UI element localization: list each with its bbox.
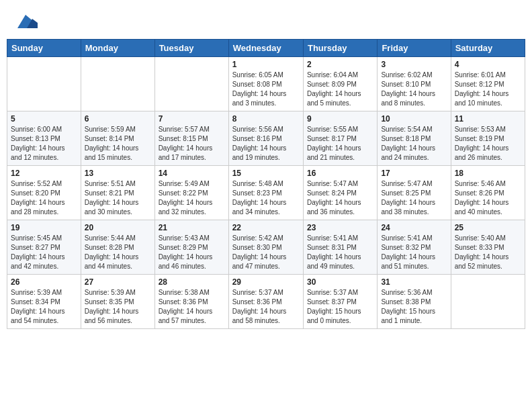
calendar-cell: 30Sunrise: 5:37 AMSunset: 8:37 PMDayligh… [303, 275, 377, 329]
calendar-cell: 8Sunrise: 5:56 AMSunset: 8:16 PMDaylight… [228, 111, 303, 166]
calendar-cell: 24Sunrise: 5:41 AMSunset: 8:32 PMDayligh… [378, 220, 451, 275]
day-info: Sunrise: 6:04 AMSunset: 8:09 PMDaylight:… [307, 71, 373, 108]
calendar-cell: 18Sunrise: 5:46 AMSunset: 8:26 PMDayligh… [451, 166, 525, 220]
day-number: 1 [232, 60, 300, 69]
day-info: Sunrise: 5:47 AMSunset: 8:24 PMDaylight:… [307, 179, 373, 217]
day-info: Sunrise: 5:53 AMSunset: 8:19 PMDaylight:… [455, 125, 521, 163]
weekday-header-row: SundayMondayTuesdayWednesdayThursdayFrid… [7, 40, 525, 57]
day-info: Sunrise: 5:59 AMSunset: 8:14 PMDaylight:… [85, 125, 151, 163]
day-number: 10 [381, 114, 447, 124]
day-info: Sunrise: 5:43 AMSunset: 8:29 PMDaylight:… [159, 234, 225, 271]
day-info: Sunrise: 5:54 AMSunset: 8:18 PMDaylight:… [381, 125, 447, 163]
day-number: 25 [455, 223, 521, 232]
calendar-cell: 27Sunrise: 5:39 AMSunset: 8:35 PMDayligh… [81, 275, 154, 329]
day-number: 23 [307, 223, 373, 232]
day-number: 14 [159, 169, 225, 178]
calendar-cell: 31Sunrise: 5:36 AMSunset: 8:38 PMDayligh… [378, 275, 451, 329]
day-number: 28 [159, 277, 225, 287]
calendar-cell: 21Sunrise: 5:43 AMSunset: 8:29 PMDayligh… [154, 220, 228, 275]
weekday-header-saturday: Saturday [451, 40, 525, 57]
calendar-cell: 4Sunrise: 6:01 AMSunset: 8:12 PMDaylight… [451, 57, 525, 111]
day-info: Sunrise: 5:51 AMSunset: 8:21 PMDaylight:… [85, 179, 151, 217]
day-info: Sunrise: 6:02 AMSunset: 8:10 PMDaylight:… [381, 71, 447, 108]
calendar-cell: 5Sunrise: 6:00 AMSunset: 8:13 PMDaylight… [7, 111, 81, 166]
day-info: Sunrise: 5:39 AMSunset: 8:34 PMDaylight:… [11, 288, 77, 326]
calendar-cell [451, 275, 525, 329]
day-info: Sunrise: 5:36 AMSunset: 8:38 PMDaylight:… [381, 288, 447, 326]
calendar-cell: 28Sunrise: 5:38 AMSunset: 8:36 PMDayligh… [154, 275, 228, 329]
day-info: Sunrise: 5:48 AMSunset: 8:23 PMDaylight:… [232, 179, 300, 217]
calendar-cell: 19Sunrise: 5:45 AMSunset: 8:27 PMDayligh… [7, 220, 81, 275]
day-info: Sunrise: 5:45 AMSunset: 8:27 PMDaylight:… [11, 234, 77, 271]
day-number: 6 [85, 114, 151, 124]
calendar-cell: 25Sunrise: 5:40 AMSunset: 8:33 PMDayligh… [451, 220, 525, 275]
day-info: Sunrise: 5:42 AMSunset: 8:30 PMDaylight:… [232, 234, 300, 271]
calendar-cell: 26Sunrise: 5:39 AMSunset: 8:34 PMDayligh… [7, 275, 81, 329]
calendar-cell [154, 57, 228, 111]
weekday-header-friday: Friday [378, 40, 451, 57]
day-number: 20 [85, 223, 151, 232]
day-info: Sunrise: 5:41 AMSunset: 8:32 PMDaylight:… [381, 234, 447, 271]
calendar-cell: 15Sunrise: 5:48 AMSunset: 8:23 PMDayligh… [228, 166, 303, 220]
calendar-cell: 7Sunrise: 5:57 AMSunset: 8:15 PMDaylight… [154, 111, 228, 166]
calendar-cell: 17Sunrise: 5:47 AMSunset: 8:25 PMDayligh… [378, 166, 451, 220]
day-number: 15 [232, 169, 300, 178]
day-number: 7 [159, 114, 225, 124]
day-info: Sunrise: 5:39 AMSunset: 8:35 PMDaylight:… [85, 288, 151, 326]
day-info: Sunrise: 6:05 AMSunset: 8:08 PMDaylight:… [232, 71, 300, 108]
calendar-cell: 1Sunrise: 6:05 AMSunset: 8:08 PMDaylight… [228, 57, 303, 111]
calendar-cell: 12Sunrise: 5:52 AMSunset: 8:20 PMDayligh… [7, 166, 81, 220]
weekday-header-sunday: Sunday [7, 40, 81, 57]
day-number: 17 [381, 169, 447, 178]
calendar-week-row: 26Sunrise: 5:39 AMSunset: 8:34 PMDayligh… [7, 275, 525, 329]
day-number: 16 [307, 169, 373, 178]
calendar-week-row: 12Sunrise: 5:52 AMSunset: 8:20 PMDayligh… [7, 166, 525, 220]
day-number: 21 [159, 223, 225, 232]
calendar-cell: 16Sunrise: 5:47 AMSunset: 8:24 PMDayligh… [303, 166, 377, 220]
weekday-header-thursday: Thursday [303, 40, 377, 57]
day-number: 27 [85, 277, 151, 287]
calendar-cell: 22Sunrise: 5:42 AMSunset: 8:30 PMDayligh… [228, 220, 303, 275]
day-number: 8 [232, 114, 300, 124]
day-info: Sunrise: 5:57 AMSunset: 8:15 PMDaylight:… [159, 125, 225, 163]
day-number: 3 [381, 60, 447, 69]
day-number: 4 [455, 60, 521, 69]
calendar-cell: 14Sunrise: 5:49 AMSunset: 8:22 PMDayligh… [154, 166, 228, 220]
calendar-cell: 13Sunrise: 5:51 AMSunset: 8:21 PMDayligh… [81, 166, 154, 220]
day-number: 22 [232, 223, 300, 232]
day-info: Sunrise: 5:52 AMSunset: 8:20 PMDaylight:… [11, 179, 77, 217]
day-number: 11 [455, 114, 521, 124]
day-info: Sunrise: 5:40 AMSunset: 8:33 PMDaylight:… [455, 234, 521, 271]
calendar-week-row: 5Sunrise: 6:00 AMSunset: 8:13 PMDaylight… [7, 111, 525, 166]
calendar-week-row: 19Sunrise: 5:45 AMSunset: 8:27 PMDayligh… [7, 220, 525, 275]
day-number: 13 [85, 169, 151, 178]
calendar-cell: 3Sunrise: 6:02 AMSunset: 8:10 PMDaylight… [378, 57, 451, 111]
weekday-header-tuesday: Tuesday [154, 40, 228, 57]
day-number: 29 [232, 277, 300, 287]
calendar-cell: 9Sunrise: 5:55 AMSunset: 8:17 PMDaylight… [303, 111, 377, 166]
day-number: 30 [307, 277, 373, 287]
day-number: 26 [11, 277, 77, 287]
calendar-table: SundayMondayTuesdayWednesdayThursdayFrid… [7, 39, 525, 329]
day-info: Sunrise: 5:46 AMSunset: 8:26 PMDaylight:… [455, 179, 521, 217]
day-info: Sunrise: 5:44 AMSunset: 8:28 PMDaylight:… [85, 234, 151, 271]
day-info: Sunrise: 5:47 AMSunset: 8:25 PMDaylight:… [381, 179, 447, 217]
day-info: Sunrise: 5:37 AMSunset: 8:36 PMDaylight:… [232, 288, 300, 326]
day-number: 9 [307, 114, 373, 124]
calendar-cell: 23Sunrise: 5:41 AMSunset: 8:31 PMDayligh… [303, 220, 377, 275]
day-info: Sunrise: 5:55 AMSunset: 8:17 PMDaylight:… [307, 125, 373, 163]
day-number: 18 [455, 169, 521, 178]
day-info: Sunrise: 6:01 AMSunset: 8:12 PMDaylight:… [455, 71, 521, 108]
day-number: 31 [381, 277, 447, 287]
day-info: Sunrise: 5:37 AMSunset: 8:37 PMDaylight:… [307, 288, 373, 326]
calendar-cell: 2Sunrise: 6:04 AMSunset: 8:09 PMDaylight… [303, 57, 377, 111]
day-number: 12 [11, 169, 77, 178]
day-info: Sunrise: 5:56 AMSunset: 8:16 PMDaylight:… [232, 125, 300, 163]
page-header [7, 7, 525, 35]
day-number: 19 [11, 223, 77, 232]
weekday-header-monday: Monday [81, 40, 154, 57]
calendar-cell: 10Sunrise: 5:54 AMSunset: 8:18 PMDayligh… [378, 111, 451, 166]
calendar-cell [7, 57, 81, 111]
day-info: Sunrise: 6:00 AMSunset: 8:13 PMDaylight:… [11, 125, 77, 163]
day-info: Sunrise: 5:38 AMSunset: 8:36 PMDaylight:… [159, 288, 225, 326]
